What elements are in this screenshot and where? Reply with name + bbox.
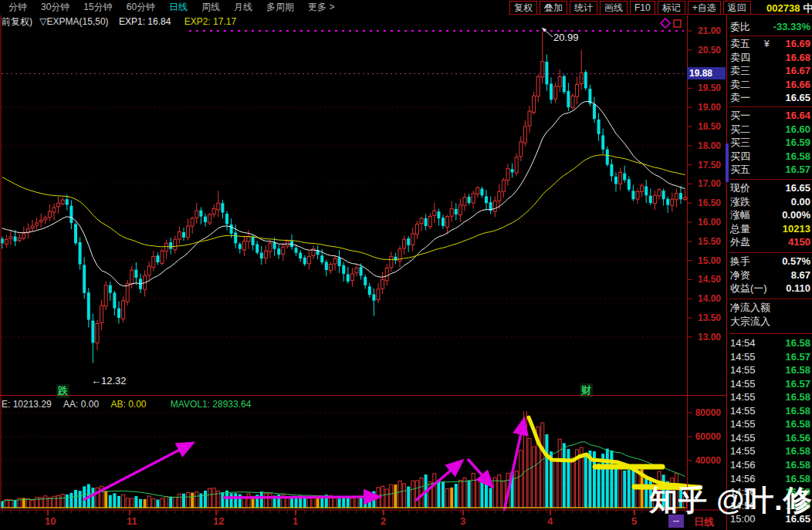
info-row-涨跌: 涨跌0.00 [729, 195, 812, 209]
transaction-price: 16.56 [785, 431, 810, 445]
volume-indicator-header: E: 10213.29 AA: 0.00 AB: 0.00 MAVOL1: 28… [2, 399, 251, 410]
volume-e-value: E: 10213.29 [2, 399, 52, 410]
info-row-换手-label: 换手 [730, 255, 750, 268]
ask-row-0-label: 卖五 [730, 37, 750, 51]
info-row-净资: 净资8.67 [729, 268, 812, 282]
bid-row-4-label: 买五 [730, 163, 750, 177]
info-row-涨跌-value: 0.00 [791, 195, 810, 209]
period-toolbar: 分钟30分钟15分钟60分钟日线周线月线多周期更多 > [2, 1, 341, 14]
info-row-收益(一)-value: 0.110 [786, 282, 810, 295]
chart-frame [0, 0, 729, 530]
low-price-annotation: ←12.32 [91, 375, 127, 387]
toolbar-button-4[interactable]: F10 [630, 1, 655, 15]
tab-period-0[interactable]: 分钟 [2, 1, 34, 14]
volume-bars [1, 410, 687, 508]
panel-separator [729, 179, 812, 180]
mavol1-value: MAVOL1: 28933.64 [171, 399, 252, 410]
flow-row-1-label: 大宗流入 [730, 315, 770, 329]
bid-row-2: 买三16.59 [729, 136, 812, 150]
transaction-price: 16.58 [785, 417, 810, 431]
tab-period-7[interactable]: 多周期 [259, 1, 301, 14]
transaction-price: 16.58 [785, 458, 810, 472]
toolbar-button-5[interactable]: 标记 [658, 1, 685, 15]
tab-period-2[interactable]: 15分钟 [76, 1, 119, 14]
weibi-value: -33.33% [773, 20, 810, 34]
ask-row-2: 卖三16.67 [729, 64, 812, 78]
transaction-row: 14:5516.58 [729, 417, 812, 431]
ask-row-1: 卖四16.68 [729, 51, 812, 65]
transaction-time: 14:55 [730, 417, 756, 431]
toolbar-button-6[interactable]: +自选 [688, 1, 721, 15]
stock-code: 002738中 [766, 2, 812, 15]
flow-row-1: 大宗流入 [729, 315, 812, 329]
panel-separator [729, 35, 812, 36]
bid-row-3-label: 买四 [730, 150, 750, 164]
transaction-time: 14:56 [730, 458, 756, 472]
info-row-总量-value: 10213 [783, 222, 810, 236]
transaction-price: 16.57 [785, 377, 810, 391]
toolbar-button-0[interactable]: 复权 [509, 1, 537, 15]
transaction-row: 14:5516.57 [729, 377, 812, 391]
transaction-row: 14:5516.57 [729, 350, 812, 364]
toolbar-button-7[interactable]: 返回 [723, 1, 751, 15]
tab-period-6[interactable]: 月线 [227, 1, 259, 14]
bid-row-1-value: 16.60 [785, 123, 810, 137]
toolbar-button-2[interactable]: 统计 [570, 1, 597, 15]
tab-period-8[interactable]: 更多 > [301, 1, 341, 14]
transaction-row: 14:5616.58 [729, 458, 812, 472]
transaction-row: 14:5516.58 [729, 390, 812, 404]
tab-period-5[interactable]: 周线 [195, 1, 227, 14]
transaction-row: 14:5516.56 [729, 431, 812, 445]
bid-row-0-label: 买一 [730, 109, 750, 123]
transaction-time: 14:55 [730, 363, 756, 377]
info-row-涨幅: 涨幅0.00% [729, 208, 812, 222]
info-row-外盘-value: 4150 [788, 235, 810, 249]
transaction-time: 14:55 [730, 390, 756, 404]
candlestick-chart[interactable] [0, 0, 812, 530]
ask-row-2-label: 卖三 [730, 64, 750, 78]
bid-row-0: 买一16.64 [729, 109, 812, 123]
exp1-value: EXP1: 16.84 [119, 16, 171, 27]
transaction-time: 14:54 [730, 336, 756, 350]
transaction-price: 16.58 [785, 404, 810, 418]
info-row-现价-value: 16.65 [785, 181, 810, 195]
transaction-price: 16.57 [785, 350, 810, 364]
adjust-mode-label: 前复权) [2, 16, 32, 27]
high-annotation-leader [543, 29, 553, 38]
cai-marker: 财 [580, 383, 593, 397]
price-line-label: 19.88 [687, 67, 726, 79]
watermark: 知乎 @叶.修 [649, 481, 812, 520]
tab-period-4[interactable]: 日线 [162, 1, 195, 14]
stock-code-value: 002738 [766, 2, 800, 14]
ask-row-4-label: 卖一 [730, 91, 750, 105]
ask-row-0-value: 16.69 [785, 37, 810, 51]
info-row-净资-label: 净资 [730, 268, 750, 282]
exp2-line [2, 155, 685, 260]
tab-period-3[interactable]: 60分钟 [120, 1, 162, 14]
transaction-time: 14:55 [730, 404, 756, 418]
toolbar-button-3[interactable]: 画线 [600, 1, 628, 15]
transaction-price: 16.58 [785, 336, 810, 350]
expma-formula-label[interactable]: ▽EXPMA(15,50) [39, 16, 108, 27]
ask-row-3-value: 16.66 [785, 78, 810, 92]
toolbar-button-1[interactable]: 叠加 [540, 1, 567, 15]
quote-panel: 委比 -33.33% 卖五16.69卖四16.68卖三16.67卖二16.66卖… [729, 15, 812, 530]
info-row-外盘: 外盘4150 [729, 235, 812, 249]
info-row-总量-label: 总量 [730, 222, 750, 236]
transaction-price: 16.58 [785, 363, 810, 377]
transaction-time: 14:55 [730, 444, 756, 458]
weibi-label: 委比 [730, 20, 750, 34]
ask-row-4: 卖一16.65 [729, 91, 812, 105]
volume-ab-value: AB: 0.00 [110, 399, 146, 410]
info-row-涨跌-label: 涨跌 [730, 195, 750, 209]
tab-period-1[interactable]: 30分钟 [34, 1, 76, 14]
flow-row-0: 净流入额 [729, 301, 812, 315]
panel-separator [729, 333, 812, 334]
bid-row-3: 买四16.58 [729, 150, 812, 164]
exp1-line [2, 101, 685, 285]
ask-row-0: 卖五16.69 [729, 37, 812, 51]
transaction-row: 14:5416.58 [729, 336, 812, 350]
ask-row-3: 卖二16.66 [729, 78, 812, 92]
bid-row-2-value: 16.59 [785, 136, 810, 150]
tdx-app-window: 21.0020.5019.5019.0018.5018.0017.5017.00… [0, 0, 812, 530]
